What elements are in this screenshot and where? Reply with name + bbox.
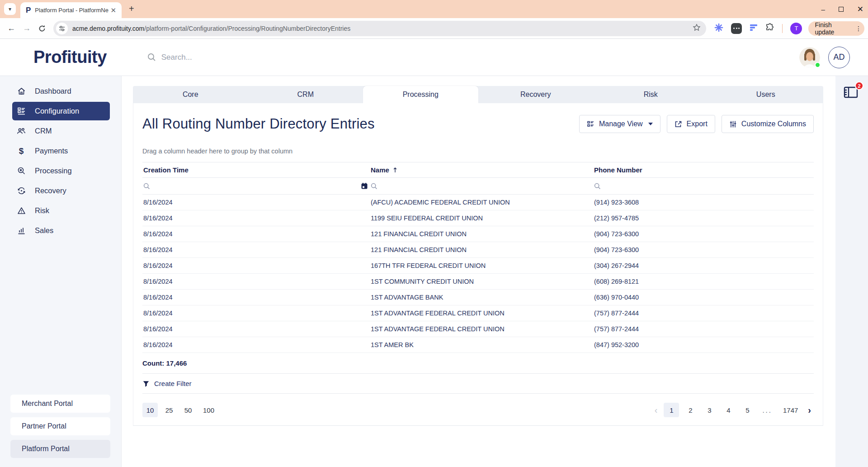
tab-close-icon[interactable]: ✕ <box>108 6 118 14</box>
table-row[interactable]: 8/16/20241ST ADVANTAGE FEDERAL CREDIT UN… <box>142 305 814 321</box>
page-size-button[interactable]: 25 <box>161 403 177 417</box>
customize-columns-button[interactable]: Customize Columns <box>722 115 814 133</box>
filter-search-icon <box>594 183 601 190</box>
panel-toggle-button[interactable]: 2 <box>843 85 861 101</box>
sort-asc-icon <box>393 167 397 173</box>
page-button[interactable]: 4 <box>721 403 736 417</box>
minimize-icon[interactable]: – <box>821 5 825 13</box>
phone-filter-input[interactable] <box>604 181 812 191</box>
page-size-button[interactable]: 100 <box>199 403 218 417</box>
page-button[interactable]: 3 <box>702 403 717 417</box>
browser-profile-avatar[interactable]: T <box>790 23 802 34</box>
next-page-icon[interactable]: › <box>805 405 814 415</box>
column-header-phone-number[interactable]: Phone Number <box>593 162 814 178</box>
site-settings-icon[interactable] <box>56 23 68 34</box>
sidebar-item-label: Processing <box>35 167 72 175</box>
creation-time-filter-input[interactable] <box>154 181 357 191</box>
notification-badge: 2 <box>855 81 863 90</box>
calendar-icon[interactable] <box>361 182 368 190</box>
name-filter-input[interactable] <box>381 181 591 191</box>
table-row[interactable]: 8/16/2024121 FINANCIAL CREDIT UNION(904)… <box>142 242 814 258</box>
sidebar-item-crm[interactable]: CRM <box>12 122 110 140</box>
table-row[interactable]: 8/16/20241ST AMER BK(847) 952-3200 <box>142 337 814 353</box>
toolbar-divider <box>782 24 783 33</box>
extension-burst-icon[interactable] <box>714 23 723 34</box>
table-row[interactable]: 8/16/2024(AFCU) ACADEMIC FEDERAL CREDIT … <box>142 195 814 210</box>
user-photo-avatar[interactable] <box>799 47 820 68</box>
reload-icon[interactable] <box>38 24 46 33</box>
sidebar-item-payments[interactable]: $ Payments <box>12 142 110 160</box>
tab-processing[interactable]: Processing <box>363 86 478 103</box>
window-controls: – ✕ <box>821 0 863 18</box>
sidebar-item-dashboard[interactable]: Dashboard <box>12 82 110 100</box>
browser-menu-icon[interactable]: ⋮ <box>855 25 862 32</box>
manage-view-icon <box>587 120 594 128</box>
row-count: Count: 17,466 <box>142 353 814 374</box>
new-tab-button[interactable]: + <box>129 4 134 14</box>
sidebar-item-label: Payments <box>35 147 68 155</box>
group-by-hint: Drag a column header here to group by th… <box>142 148 814 155</box>
page-button[interactable]: 1 <box>664 403 679 417</box>
table-row[interactable]: 8/16/2024167TH TFR FEDERAL CREDIT UNION(… <box>142 258 814 274</box>
export-label: Export <box>687 120 708 128</box>
partner-portal-button[interactable]: Partner Portal <box>10 417 110 435</box>
bookmark-star-icon[interactable] <box>693 24 701 33</box>
finish-update-label: Finish update <box>815 21 853 36</box>
page-size-button[interactable]: 50 <box>180 403 196 417</box>
page-title: All Routing Number Directory Entries <box>142 116 375 132</box>
extensions-puzzle-icon[interactable] <box>765 23 774 34</box>
search-input[interactable] <box>161 53 297 62</box>
sidebar-item-sales[interactable]: Sales <box>12 221 110 240</box>
browser-tab[interactable]: P Platform Portal - PlatformNext ✕ <box>20 2 122 18</box>
page-button[interactable]: 2 <box>683 403 698 417</box>
sidebar-item-processing[interactable]: Processing <box>12 162 110 180</box>
customize-columns-icon <box>729 120 737 128</box>
customize-columns-label: Customize Columns <box>741 120 806 128</box>
tab-core[interactable]: Core <box>133 86 248 103</box>
chevron-down-icon <box>648 123 653 125</box>
maximize-icon[interactable] <box>839 7 844 12</box>
table-row[interactable]: 8/16/2024121 FINANCIAL CREDIT UNION(904)… <box>142 226 814 242</box>
app-logo[interactable]: Profituity <box>33 48 107 67</box>
tab-search-chevron-icon[interactable]: ▾ <box>4 3 16 15</box>
page-button[interactable]: 5 <box>740 403 755 417</box>
extension-dots-icon[interactable] <box>731 23 742 34</box>
table-row[interactable]: 8/16/20241199 SEIU FEDERAL CREDIT UNION(… <box>142 210 814 226</box>
filter-search-icon <box>143 183 150 190</box>
back-icon[interactable]: ← <box>7 24 15 33</box>
sidebar-item-label: Sales <box>35 226 53 235</box>
create-filter-label: Create Filter <box>154 380 192 387</box>
sidebar-item-configuration[interactable]: Configuration <box>12 102 110 120</box>
column-header-name[interactable]: Name <box>370 162 593 178</box>
close-icon[interactable]: ✕ <box>857 5 863 14</box>
forward-icon[interactable]: → <box>23 24 31 33</box>
sidebar-item-recovery[interactable]: Recovery <box>12 181 110 200</box>
table-row[interactable]: 8/16/20241ST ADVANTAGE BANK(636) 970-044… <box>142 290 814 305</box>
merchant-portal-button[interactable]: Merchant Portal <box>10 395 110 413</box>
table-row[interactable]: 8/16/20241ST COMMUNITY CREDIT UNION(608)… <box>142 274 814 290</box>
previous-page-icon[interactable]: ‹ <box>652 405 660 415</box>
extension-filter-icon[interactable] <box>750 24 758 33</box>
page-size-button[interactable]: 10 <box>142 403 158 417</box>
url-bar[interactable]: acme.demo.profituity.com/platform-portal… <box>53 21 706 36</box>
module-tabs: Core CRM Processing Recovery Risk Users <box>133 86 823 103</box>
create-filter-button[interactable]: Create Filter <box>142 374 814 394</box>
platform-portal-button[interactable]: Platform Portal <box>10 440 110 458</box>
table-row[interactable]: 8/16/20241ST ADVANTAGE FEDERAL CREDIT UN… <box>142 321 814 337</box>
global-search[interactable] <box>147 53 297 62</box>
finish-update-button[interactable]: Finish update ⋮ <box>808 21 864 36</box>
export-icon <box>675 120 682 128</box>
export-button[interactable]: Export <box>667 115 715 133</box>
tab-risk[interactable]: Risk <box>593 86 708 103</box>
sidebar-item-risk[interactable]: Risk <box>12 201 110 220</box>
manage-view-button[interactable]: Manage View <box>579 115 660 133</box>
user-initials-avatar[interactable]: AD <box>828 47 850 68</box>
tab-crm[interactable]: CRM <box>248 86 363 103</box>
bar-chart-icon <box>17 226 26 235</box>
tab-recovery[interactable]: Recovery <box>478 86 594 103</box>
tab-users[interactable]: Users <box>708 86 824 103</box>
column-header-creation-time[interactable]: Creation Time <box>142 162 370 178</box>
online-status-dot <box>815 62 821 68</box>
favicon: P <box>26 6 31 15</box>
page-button[interactable]: 1747 <box>779 403 802 417</box>
